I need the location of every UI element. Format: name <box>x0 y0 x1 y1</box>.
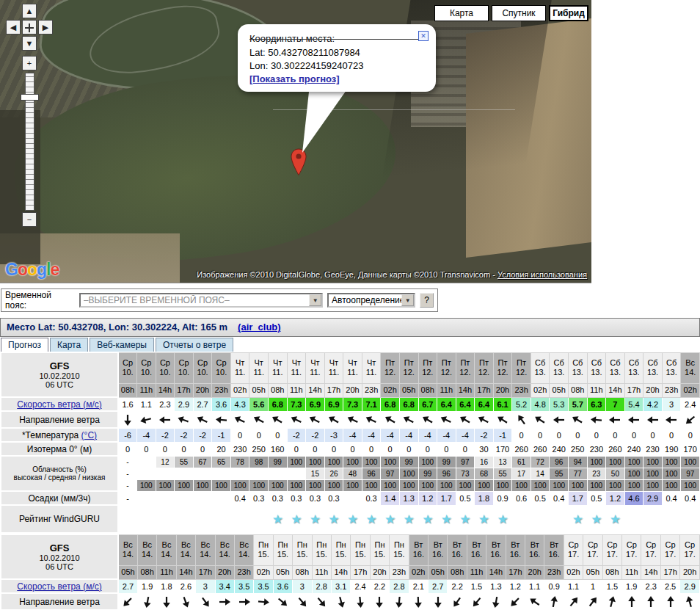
wind-speed-cell: 3 <box>196 579 215 593</box>
cloud-high-cell: 98 <box>249 456 269 468</box>
pan-left-button[interactable]: ◀ <box>6 20 21 35</box>
cloud-mid-cell <box>212 468 231 479</box>
show-forecast-link[interactable]: [Показать прогноз] <box>249 73 340 84</box>
isotherm-cell: 0 <box>156 442 175 456</box>
cloud-low-cell: 100 <box>269 479 288 491</box>
wind-direction-arrow <box>569 411 588 428</box>
rating-cell: ★ <box>287 505 306 533</box>
temperature-cell: -2 <box>287 428 306 442</box>
map-type-button-3[interactable]: Гибрид <box>549 5 588 21</box>
temperature-row-label: *Температура (°C) <box>1 428 118 442</box>
precip-cell: 0.5 <box>456 491 475 505</box>
hour-cell: 20h <box>644 383 663 397</box>
isotherm-cell: 0 <box>324 442 343 456</box>
pan-up-button[interactable]: ▲ <box>22 4 37 18</box>
hour-cell: 02h <box>381 383 400 397</box>
close-icon[interactable]: ✕ <box>418 31 429 41</box>
cloud-low-cell: 100 <box>324 479 343 491</box>
rating-cell <box>531 505 550 533</box>
rating-cell <box>137 505 156 533</box>
chevron-down-icon: ▼ <box>401 294 414 306</box>
pan-right-button[interactable]: ▶ <box>38 20 53 35</box>
google-logo: Google <box>5 260 59 280</box>
location-header: Место Lat: 50.432708, Lon: 30.302224, Al… <box>0 318 700 337</box>
rating-star-icon: ★ <box>347 512 358 526</box>
hour-cell: 08h <box>137 565 156 579</box>
zoom-slider-handle[interactable] <box>21 94 39 101</box>
pan-down-button[interactable]: ▼ <box>22 36 37 51</box>
wind-speed-cell: 7.1 <box>362 397 381 411</box>
tab-1[interactable]: Прогноз <box>1 338 48 352</box>
zoom-in-button[interactable]: + <box>22 56 37 70</box>
help-button[interactable]: ? <box>420 293 434 308</box>
cloud-mid-cell: 100 <box>624 468 644 479</box>
cloud-low-cell: 100 <box>306 479 325 491</box>
hour-cell: 11h <box>437 383 456 397</box>
map-type-button-1[interactable]: Карта <box>434 5 489 21</box>
tab-2[interactable]: Карта <box>50 338 88 352</box>
cloud-high-cell: 100 <box>324 456 343 468</box>
pan-center-button[interactable] <box>22 20 37 35</box>
wind-speed-cell: 5.4 <box>624 397 644 411</box>
tab-3[interactable]: Веб-камеры <box>90 338 154 352</box>
map-type-button-2[interactable]: Спутник <box>492 5 546 21</box>
wind-speed-cell: 2.7 <box>118 579 137 593</box>
wind-direction-arrow <box>409 593 428 610</box>
cloud-mid-cell: 100 <box>644 468 663 479</box>
wind-speed-link[interactable]: Скорость ветра (м/с) <box>17 399 101 410</box>
cloud-low-cell: 100 <box>418 479 437 491</box>
day-cell: Вт16. <box>486 534 506 565</box>
precip-cell: - <box>118 491 137 505</box>
hour-cell: 02h <box>230 383 249 397</box>
wind-direction-arrow <box>525 593 544 610</box>
isotherm-cell: 0 <box>193 442 212 456</box>
rating-star-icon: ★ <box>591 512 602 526</box>
precip-cell: 0.3 <box>306 491 325 505</box>
spot-name-link[interactable]: (air_club) <box>238 322 281 333</box>
wind-speed-link[interactable]: Скорость ветра (м/с) <box>17 581 101 592</box>
wind-direction-arrow <box>306 411 325 428</box>
rating-star-icon: ★ <box>272 512 283 526</box>
wind-speed-cell: 2.6 <box>176 579 195 593</box>
day-cell: Чт11. <box>306 352 325 383</box>
autodetect-select[interactable]: Автоопределение ▼ <box>327 293 415 308</box>
wind-speed-cell: 2.3 <box>156 397 175 411</box>
wind-direction-arrow <box>456 411 475 428</box>
cloud-mid-cell: 100 <box>662 468 681 479</box>
timezone-select[interactable]: –ВЫБЕРИТЕ ВРЕМЕННОЙ ПОЯС– ▼ <box>79 293 323 308</box>
wind-speed-cell: 1.9 <box>622 579 641 593</box>
wind-direction-arrow <box>624 411 644 428</box>
temperature-cell: -4 <box>137 428 156 442</box>
precip-cell: 1.7 <box>437 491 456 505</box>
rating-cell: ★ <box>343 505 362 533</box>
wind-speed-cell: 2.3 <box>641 579 660 593</box>
terms-of-use-link[interactable]: Условия использования <box>497 270 587 279</box>
isotherm-cell: 0 <box>175 442 194 456</box>
day-cell: Вс14. <box>176 534 195 565</box>
cloud-high-cell: 100 <box>362 456 381 468</box>
precip-cell <box>212 491 231 505</box>
wind-speed-cell: 2.4 <box>351 579 370 593</box>
day-cell: Вс14. <box>118 534 137 565</box>
google-logo-letter: e <box>50 260 59 279</box>
cloud-high-cell: 100 <box>587 456 606 468</box>
model-run-label: GFS10.02.201006 UTC <box>1 534 118 579</box>
tab-4[interactable]: Отчеты о ветре <box>156 338 233 352</box>
hour-cell: 17h <box>475 383 494 397</box>
hour-cell: 08h <box>118 383 137 397</box>
isotherm-cell: 230 <box>644 442 663 456</box>
hour-cell: 05h <box>273 565 292 579</box>
precip-cell: 0.4 <box>662 491 681 505</box>
wind-direction-arrow <box>506 593 525 610</box>
wind-direction-arrow <box>343 411 362 428</box>
satellite-map[interactable]: ▲ ◀ ▶ ▼ + − КартаСпутникГибрид Координат… <box>0 0 591 283</box>
precip-cell: 1.4 <box>381 491 400 505</box>
temperature-cell: 0 <box>624 428 644 442</box>
temperature-unit-link[interactable]: (°C) <box>81 430 97 440</box>
rating-cell: ★ <box>399 505 418 533</box>
rating-cell: ★ <box>362 505 381 533</box>
hour-cell: 05h <box>583 565 602 579</box>
zoom-out-button[interactable]: − <box>22 212 37 227</box>
cloud-mid-cell: 14 <box>531 468 550 479</box>
wind-direction-arrow <box>293 593 312 610</box>
